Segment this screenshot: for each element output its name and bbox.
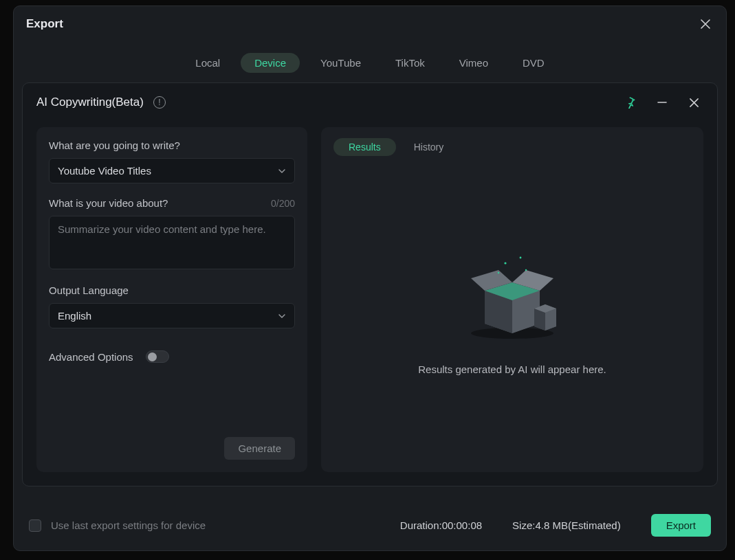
char-counter: 0/200 — [271, 198, 295, 209]
write-type-select[interactable]: Youtube Video Titles — [49, 158, 295, 183]
write-type-label: What are you going to write? — [49, 139, 295, 151]
info-icon[interactable]: ! — [153, 96, 166, 109]
ai-copywriting-panel: AI Copywriting(Beta) ! What are you goin… — [22, 82, 718, 486]
results-body: Results generated by AI will appear here… — [333, 156, 691, 461]
chevron-down-icon — [278, 167, 286, 175]
export-dialog: Export Local Device YouTube TikTok Vimeo… — [13, 5, 727, 551]
tab-youtube[interactable]: YouTube — [307, 53, 375, 73]
output-language-label: Output Language — [49, 284, 295, 296]
pin-icon[interactable] — [621, 93, 640, 112]
export-footer: Use last export settings for device Dura… — [14, 502, 726, 550]
export-button[interactable]: Export — [651, 514, 711, 537]
chevron-down-icon — [278, 312, 286, 320]
minimize-icon[interactable] — [652, 93, 672, 112]
tab-local[interactable]: Local — [182, 53, 234, 73]
tab-history[interactable]: History — [411, 138, 447, 156]
video-about-label: What is your video about? — [49, 197, 168, 209]
use-last-settings-checkbox[interactable] — [29, 519, 41, 532]
close-icon[interactable] — [697, 16, 714, 32]
toggle-knob — [148, 352, 157, 361]
export-header: Export — [14, 6, 726, 39]
generate-button[interactable]: Generate — [224, 437, 295, 460]
ai-form-column: What are you going to write? Youtube Vid… — [36, 127, 307, 472]
tab-device[interactable]: Device — [241, 53, 300, 73]
output-language-value: English — [58, 310, 91, 322]
svg-point-7 — [504, 262, 506, 264]
tab-dvd[interactable]: DVD — [509, 53, 558, 73]
tab-tiktok[interactable]: TikTok — [382, 53, 439, 73]
tab-results[interactable]: Results — [333, 138, 396, 156]
use-last-settings-label: Use last export settings for device — [51, 519, 206, 531]
size-info: Size:4.8 MB(Estimated) — [512, 519, 621, 531]
advanced-options-toggle[interactable] — [146, 350, 169, 363]
ai-panel-header: AI Copywriting(Beta) ! — [23, 83, 717, 117]
results-tabs: Results History — [333, 138, 691, 156]
textarea-placeholder: Summarize your video content and type he… — [58, 223, 266, 235]
tab-vimeo[interactable]: Vimeo — [446, 53, 502, 73]
ai-results-column: Results History — [321, 127, 703, 472]
close-panel-icon[interactable] — [684, 93, 703, 112]
export-tabs: Local Device YouTube TikTok Vimeo DVD — [14, 39, 726, 82]
advanced-options-row: Advanced Options — [49, 350, 295, 363]
results-placeholder-text: Results generated by AI will appear here… — [418, 363, 606, 375]
svg-point-10 — [498, 271, 499, 273]
video-about-textarea[interactable]: Summarize your video content and type he… — [49, 216, 295, 269]
svg-point-8 — [520, 256, 522, 258]
output-language-select[interactable]: English — [49, 303, 295, 328]
dialog-title: Export — [26, 17, 63, 31]
write-type-value: Youtube Video Titles — [58, 165, 151, 177]
ai-panel-title: AI Copywriting(Beta) — [36, 96, 144, 109]
svg-point-9 — [525, 269, 527, 270]
advanced-options-label: Advanced Options — [49, 351, 133, 363]
empty-box-illustration — [457, 243, 567, 346]
duration-info: Duration:00:00:08 — [400, 519, 482, 531]
ai-panel-body: What are you going to write? Youtube Vid… — [23, 117, 717, 486]
